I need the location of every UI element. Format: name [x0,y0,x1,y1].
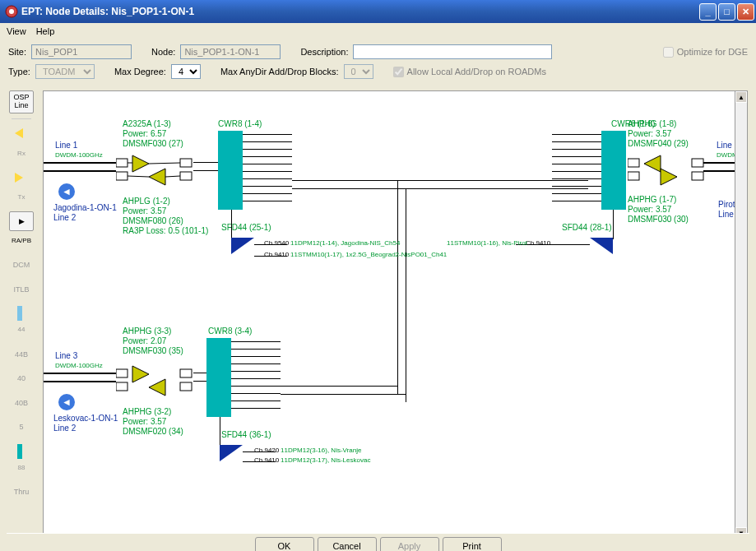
type-select: TOADM [35,64,95,79]
ok-button[interactable]: OK [255,537,314,552]
svg-rect-22 [116,369,128,377]
line3-label: Line 3 [55,351,77,361]
amp4-label: AHPHG (1-7)Power: 3.57DMSMF030 (30) [628,195,689,225]
menu-help[interactable]: Help [36,26,55,36]
svg-line-14 [128,176,149,177]
vertical-scrollbar[interactable]: ▲▼ [735,90,748,539]
site-field [31,44,132,59]
type-label: Type: [8,67,30,76]
tool-thru[interactable]: Thru [9,482,34,502]
bottom-buttons: OK Cancel Apply Print [7,533,749,551]
apply-button: Apply [380,537,439,552]
svg-marker-25 [149,379,165,396]
dge-checkbox: Optimize for DGE [663,47,748,58]
cwr2-block [601,131,626,210]
sfd2-icon [590,238,613,254]
back3-label: Leskovac-1-ON-1Line 2 [53,414,118,433]
site-label: Site: [8,47,26,57]
line1-sub: DWDM-100GHz [55,150,103,160]
svg-marker-8 [132,155,149,172]
svg-rect-27 [180,382,192,391]
maxany-select: 0 [344,64,373,79]
svg-marker-9 [149,169,165,185]
svg-marker-19 [661,169,677,185]
content-area: OSPLine Rx Tx ▶ RA/PB DCM ITLB 44 44B 40… [7,89,749,551]
tool-40b[interactable]: 40B [9,393,34,413]
svg-rect-11 [180,172,192,180]
amp5-label: AHPHG (3-3)Power: 2.07DMSMF030 (35) [123,326,183,356]
svg-marker-18 [644,155,661,172]
desc-label: Description: [300,47,348,57]
tool-40[interactable]: 40 [9,368,34,388]
node-field [180,44,281,59]
svg-rect-6 [116,159,128,167]
titlebar: EPT: Node Details: Nis_POP1-1-ON-1 _ □ ✕ [0,0,756,23]
cwr3-label: CWR8 (3-4) [208,326,252,336]
tool-5[interactable]: 5 [9,418,34,438]
svg-rect-17 [628,172,639,180]
tool-dcm[interactable]: DCM [9,255,34,275]
menubar: View Help [0,23,756,39]
svg-rect-7 [116,172,128,180]
allow-checkbox: Allow Local Add/Drop on ROADMs [393,67,546,77]
close-button[interactable]: ✕ [737,3,754,21]
app-icon [5,5,18,18]
amp3-label: AHPHG (1-8)Power: 3.57DMSMF040 (29) [628,119,689,149]
svg-marker-24 [132,366,149,382]
left-toolbar: OSPLine Rx Tx ▶ RA/PB DCM ITLB 44 44B 40… [7,90,36,502]
amp6-label: AHPHG (3-2)Power: 3.57DMSMF020 (34) [123,407,183,437]
tool-rx[interactable] [9,124,34,144]
sfd2-label: SFD44 (28-1) [562,223,612,233]
cwr1-label: CWR8 (1-4) [218,119,262,129]
svg-point-1 [9,9,14,14]
maxany-label: Max AnyDir Add/Drop Blocks: [220,67,339,76]
back-button-1[interactable]: ◄ [58,183,75,200]
cwr3-block [206,338,231,417]
svg-line-13 [149,163,180,164]
diagram-canvas[interactable]: Line 1 DWDM-100GHz A2325A (1-3)Power: 6.… [43,90,748,539]
node-label: Node: [151,47,175,57]
line3-sub: DWDM-100GHz [55,361,103,371]
sfd1-label: SFD44 (25-1) [221,223,271,233]
svg-marker-2 [15,128,23,138]
minimize-button[interactable]: _ [699,3,717,21]
maximize-button[interactable]: □ [718,3,735,21]
tool-itlb[interactable]: ITLB [9,280,34,299]
back-button-3[interactable]: ◄ [58,394,75,410]
window-title: EPT: Node Details: Nis_POP1-1-ON-1 [21,6,699,17]
sfd1-icon [231,238,254,254]
menu-view[interactable]: View [7,26,26,36]
svg-rect-16 [628,159,639,167]
svg-rect-5 [17,444,22,459]
svg-rect-23 [116,382,128,391]
svg-rect-10 [180,159,192,167]
svg-rect-4 [17,306,22,321]
back1-label: Jagodina-1-ON-1Line 2 [53,203,117,223]
line1-label: Line 1 [55,141,77,150]
sfd3-icon [220,445,243,461]
tool-rapb[interactable]: ▶ [9,211,34,231]
desc-field[interactable] [353,44,552,59]
svg-marker-3 [15,173,23,183]
amp1-label: A2325A (1-3)Power: 6.57DMSMF030 (27) [123,119,183,149]
cwr1-block [218,131,243,210]
sfd3-label: SFD44 (36-1) [221,430,271,440]
svg-rect-21 [692,172,703,180]
maxdeg-select[interactable]: 4 [171,64,201,79]
maxdeg-label: Max Degree: [114,67,166,76]
print-button[interactable]: Print [443,537,502,552]
amp2-label: AHPLG (1-2)Power: 3.57DMSMF080 (26)RA3P … [123,197,208,236]
cancel-button[interactable]: Cancel [318,537,377,552]
tool-tx[interactable] [9,168,34,188]
toolbar: Site: Node: Description: Optimize for DG… [0,39,756,89]
svg-line-15 [165,176,180,177]
tool-osp-line[interactable]: OSPLine [9,90,34,113]
tool-44b[interactable]: 44B [9,345,34,364]
svg-rect-26 [180,369,192,377]
svg-rect-20 [692,159,703,167]
